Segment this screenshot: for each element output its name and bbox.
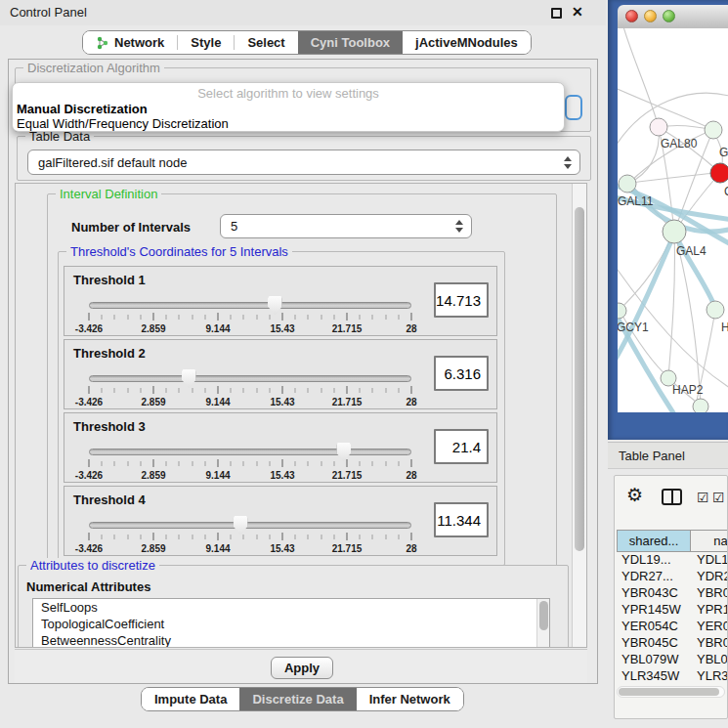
- network-node-label: GA: [719, 146, 728, 159]
- threshold-panel-3: Threshold 3-3.4262.8599.14415.4321.71528…: [64, 412, 497, 483]
- attributes-listbox[interactable]: SelfLoopsTopologicalCoefficientBetweenne…: [32, 598, 550, 648]
- cell-name[interactable]: YER0: [691, 619, 728, 635]
- threshold-value-field[interactable]: 6.316: [434, 356, 489, 391]
- thresholds-group: Threshold's Coordinates for 5 Intervals …: [58, 251, 505, 566]
- cell-shared-name[interactable]: YLR345W: [617, 668, 691, 684]
- tab-infer-network[interactable]: Infer Network: [357, 688, 463, 710]
- table-row[interactable]: YLR345WYLR3: [617, 668, 728, 684]
- list-item[interactable]: BetweennessCentrality: [33, 632, 549, 648]
- network-node[interactable]: [650, 118, 667, 136]
- table-row[interactable]: YER054CYER0: [617, 619, 728, 635]
- threshold-slider[interactable]: -3.4262.8599.14415.4321.71528: [89, 446, 411, 481]
- listbox-scrollbar[interactable]: [536, 599, 549, 648]
- list-item[interactable]: TopologicalCoefficient: [33, 616, 549, 632]
- gear-icon[interactable]: ⚙: [626, 484, 643, 505]
- slider-track[interactable]: [89, 375, 411, 382]
- algorithm-combobox-arrow[interactable]: [565, 95, 582, 120]
- network-node[interactable]: [707, 301, 724, 319]
- tab-cyni-toolbox[interactable]: Cyni Toolbox: [298, 31, 403, 54]
- table-row[interactable]: YDR27...YDR2: [617, 569, 728, 585]
- cell-shared-name[interactable]: YBR045C: [617, 635, 691, 652]
- cell-name[interactable]: YDR2: [691, 569, 728, 585]
- cell-name[interactable]: YDL1: [691, 552, 728, 569]
- float-icon[interactable]: [551, 8, 562, 19]
- apply-button[interactable]: Apply: [271, 657, 333, 679]
- list-item[interactable]: SelfLoops: [33, 599, 549, 616]
- network-edge: [622, 28, 659, 127]
- tab-label: Impute Data: [154, 692, 227, 707]
- tab-discretize-data[interactable]: Discretize Data: [239, 688, 356, 710]
- close-icon[interactable]: ✕: [572, 4, 583, 20]
- threshold-slider[interactable]: -3.4262.8599.14415.4321.71528: [89, 519, 411, 554]
- network-canvas[interactable]: GAL80GACGAL11GAL4GCY1HHAP2: [618, 28, 728, 412]
- slider-scale-labels: -3.4262.8599.14415.4321.71528: [89, 543, 411, 554]
- threshold-slider[interactable]: -3.4262.8599.14415.4321.71528: [89, 299, 411, 334]
- scrollbar-thumb[interactable]: [575, 207, 584, 551]
- network-node[interactable]: [705, 121, 722, 139]
- cell-shared-name[interactable]: YER054C: [617, 619, 691, 635]
- table-row[interactable]: YDL19...YDL1: [617, 552, 728, 569]
- column-header-shared-name[interactable]: shared...: [617, 530, 691, 552]
- network-node[interactable]: [619, 175, 636, 193]
- bottom-tab-bar: Impute DataDiscretize DataInfer Network: [141, 687, 464, 711]
- scrollbar-thumb[interactable]: [619, 688, 719, 696]
- tab-select[interactable]: Select: [235, 31, 297, 54]
- table-panel-title: Table Panel: [619, 449, 685, 463]
- cell-name[interactable]: YLR3: [691, 668, 728, 684]
- checkbox-icon[interactable]: ☑: [712, 490, 725, 505]
- cell-name[interactable]: YBL0: [691, 652, 728, 668]
- threshold-value-field[interactable]: 14.713: [434, 282, 489, 318]
- minimize-traffic-light-icon[interactable]: [644, 10, 657, 22]
- network-window-titlebar[interactable]: [618, 5, 728, 28]
- cell-shared-name[interactable]: YDR27...: [617, 569, 691, 585]
- scale-label: 21.715: [332, 543, 363, 554]
- checkbox-icon[interactable]: ☑: [697, 490, 709, 505]
- scale-label: 2.859: [141, 397, 165, 407]
- algorithm-option-equal-width[interactable]: Equal Width/Frequency Discretization: [17, 116, 229, 131]
- attributes-group: Attributes to discretize Numerical Attri…: [18, 565, 569, 648]
- table-horizontal-scrollbar[interactable]: [617, 686, 725, 698]
- table-row[interactable]: YBR045CYBR0: [617, 635, 728, 652]
- slider-track[interactable]: [89, 522, 411, 529]
- threshold-value-field[interactable]: 21.4: [434, 429, 489, 464]
- apply-row: Apply: [15, 649, 587, 683]
- threshold-value-field[interactable]: 11.344: [434, 502, 489, 537]
- group-title: Threshold's Coordinates for 5 Intervals: [66, 244, 292, 259]
- zoom-traffic-light-icon[interactable]: [663, 10, 675, 22]
- algorithm-option-manual[interactable]: Manual Discretization: [17, 102, 148, 116]
- cell-shared-name[interactable]: YBL079W: [617, 652, 691, 668]
- network-node-label: GAL80: [661, 137, 698, 150]
- settings-vertical-scrollbar[interactable]: [572, 184, 586, 647]
- network-node[interactable]: [710, 163, 728, 183]
- tab-impute-data[interactable]: Impute Data: [142, 688, 239, 710]
- thresholds-container: Threshold 1-3.4262.8599.14415.4321.71528…: [64, 266, 497, 559]
- cell-shared-name[interactable]: YBR043C: [617, 585, 691, 602]
- slider-track[interactable]: [89, 449, 411, 455]
- network-node[interactable]: [663, 220, 686, 243]
- tab-jactivemnodules[interactable]: jActiveMNodules: [403, 31, 531, 54]
- tab-style[interactable]: Style: [178, 31, 234, 54]
- network-node[interactable]: [618, 303, 626, 319]
- table-row[interactable]: YBL079WYBL0: [617, 652, 728, 668]
- column-header-name[interactable]: na: [691, 530, 728, 552]
- table-data-combobox[interactable]: galFiltered.sif default node: [27, 150, 580, 175]
- cell-name[interactable]: YPR1: [691, 602, 728, 619]
- slider-track[interactable]: [89, 302, 411, 309]
- table-row[interactable]: YPR145WYPR1: [617, 602, 728, 619]
- cell-name[interactable]: YBR0: [691, 585, 728, 602]
- table-row[interactable]: YBR043CYBR0: [617, 585, 728, 602]
- cell-shared-name[interactable]: YDL19...: [617, 552, 691, 569]
- close-traffic-light-icon[interactable]: [625, 10, 638, 22]
- scale-label: 15.43: [270, 470, 294, 481]
- num-intervals-combobox[interactable]: 5: [220, 214, 472, 238]
- tab-network[interactable]: Network: [83, 31, 177, 54]
- cell-shared-name[interactable]: YPR145W: [617, 602, 691, 619]
- table-header-row: shared... na: [617, 530, 728, 552]
- tab-label: jActiveMNodules: [415, 35, 518, 50]
- cyni-toolbox-panel: Discretization Algorithm Table Data galF…: [8, 59, 598, 684]
- scale-label: 9.144: [205, 543, 230, 554]
- network-node[interactable]: [693, 399, 708, 412]
- cell-name[interactable]: YBR0: [691, 635, 728, 652]
- split-pane-icon[interactable]: [662, 489, 682, 505]
- threshold-slider[interactable]: -3.4262.8599.14415.4321.71528: [89, 372, 411, 407]
